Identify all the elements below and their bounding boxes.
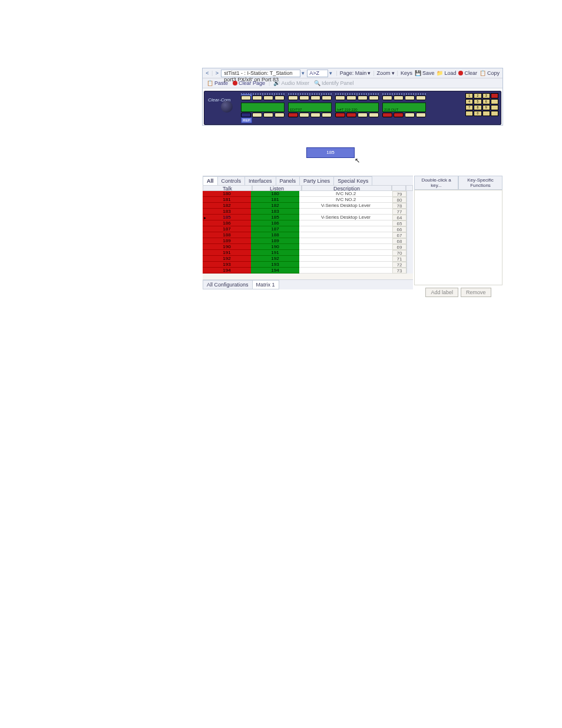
key[interactable]	[263, 95, 273, 100]
listen-cell[interactable]: 185	[251, 215, 299, 220]
scroll-gutter[interactable]	[406, 262, 413, 268]
tab-partylines[interactable]: Party Lines	[299, 176, 334, 185]
clear-btn[interactable]: Clear	[458, 70, 477, 76]
sbtn[interactable]	[491, 99, 498, 104]
nav-back[interactable]: <	[204, 70, 210, 76]
sbtn[interactable]: 4	[465, 99, 473, 104]
key[interactable]	[252, 95, 262, 100]
copy-btn[interactable]: 📋Copy	[480, 70, 500, 76]
table-row[interactable]: 19219271	[203, 256, 413, 262]
az-dropdown-icon[interactable]: ▾	[329, 70, 332, 76]
listen-cell[interactable]: 191	[251, 250, 299, 256]
table-row[interactable]: 18818867	[203, 232, 413, 238]
rtab-keyfunctions[interactable]: Key-Specific Functions	[458, 176, 503, 190]
listen-cell[interactable]: 186	[251, 220, 299, 226]
scroll-gutter[interactable]	[406, 268, 413, 274]
key-185-button[interactable]: 185	[306, 147, 355, 158]
talk-cell[interactable]: 188	[203, 232, 251, 238]
scroll-gutter[interactable]	[406, 220, 413, 226]
nav-fwd[interactable]: >	[214, 70, 220, 76]
sbtn[interactable]: 9	[482, 105, 490, 110]
scroll-gutter[interactable]	[406, 238, 413, 244]
zoom-menu[interactable]: Zoom ▾	[377, 70, 395, 76]
key[interactable]	[288, 95, 298, 100]
sbtn[interactable]: 6	[482, 99, 490, 104]
talk-cell[interactable]: 182	[203, 203, 251, 209]
col-desc[interactable]: Description	[302, 185, 392, 191]
tab-panels[interactable]: Panels	[276, 176, 300, 185]
table-row[interactable]: 19119170	[203, 250, 413, 256]
key[interactable]	[310, 95, 320, 100]
table-row[interactable]: 19419473	[203, 268, 413, 274]
rtab-doubleclick[interactable]: Double-click a key...	[414, 176, 458, 190]
table-row[interactable]: 18318377	[203, 209, 413, 215]
tab-specialkeys[interactable]: Special Keys	[333, 176, 372, 185]
listen-cell[interactable]: 182	[251, 203, 299, 209]
key[interactable]	[405, 95, 415, 100]
table-row[interactable]: 19019069	[203, 244, 413, 250]
key[interactable]	[335, 113, 345, 117]
scroll-gutter[interactable]	[406, 250, 413, 256]
key[interactable]	[358, 95, 368, 100]
data-grid[interactable]: 180180IVC NO.279181181IVC NO.280182182V-…	[203, 191, 413, 279]
tab-interfaces[interactable]: Interfaces	[244, 176, 276, 185]
key[interactable]	[322, 113, 332, 117]
listen-cell[interactable]: 187	[251, 226, 299, 232]
sbtn[interactable]: 1	[465, 93, 473, 98]
talk-cell[interactable]: 183	[203, 209, 251, 215]
key[interactable]	[310, 113, 320, 117]
talk-cell[interactable]: 189	[203, 238, 251, 244]
key[interactable]	[369, 95, 379, 100]
talk-cell[interactable]: 190	[203, 244, 251, 250]
key[interactable]	[382, 113, 392, 117]
page-menu[interactable]: Page: Main ▾	[340, 70, 371, 76]
key[interactable]	[241, 113, 251, 117]
key[interactable]	[369, 113, 379, 117]
talk-cell[interactable]: 180	[203, 191, 251, 197]
key[interactable]	[394, 113, 404, 117]
key[interactable]	[335, 95, 345, 100]
col-talk[interactable]: Talk	[203, 185, 252, 191]
talk-cell[interactable]: 194	[203, 268, 251, 274]
listen-cell[interactable]: 190	[251, 244, 299, 250]
listen-cell[interactable]: 193	[251, 262, 299, 268]
table-row[interactable]: 185185V-Series Desktop Lever64	[203, 215, 413, 220]
talk-cell[interactable]: 185	[203, 215, 251, 220]
scroll-gutter[interactable]	[406, 197, 413, 203]
table-row[interactable]: 182182V-Series Desktop Lever78	[203, 203, 413, 209]
sbtn[interactable]	[465, 111, 473, 116]
key[interactable]	[405, 113, 415, 117]
listen-cell[interactable]: 189	[251, 238, 299, 244]
scroll-gutter[interactable]	[406, 191, 413, 197]
save-btn[interactable]: 💾Save	[415, 70, 435, 76]
table-row[interactable]: 18618665	[203, 220, 413, 226]
scroll-gutter[interactable]	[406, 203, 413, 209]
key[interactable]	[252, 113, 262, 117]
talk-cell[interactable]: 187	[203, 226, 251, 232]
key[interactable]	[299, 95, 309, 100]
listen-cell[interactable]: 188	[251, 232, 299, 238]
main-knob[interactable]	[221, 101, 233, 113]
clearpage-btn[interactable]: Clear Page	[233, 80, 265, 86]
table-row[interactable]: 18918968	[203, 238, 413, 244]
key[interactable]	[382, 95, 392, 100]
scroll-gutter[interactable]	[406, 244, 413, 250]
key[interactable]	[346, 95, 356, 100]
key[interactable]	[358, 113, 368, 117]
col-listen[interactable]: Listen	[252, 185, 302, 191]
sbtn[interactable]	[482, 111, 490, 116]
listen-cell[interactable]: 192	[251, 256, 299, 262]
sbtn[interactable]: 7	[465, 105, 473, 110]
key[interactable]	[275, 113, 285, 117]
key[interactable]	[416, 113, 426, 117]
talk-cell[interactable]: 192	[203, 256, 251, 262]
key[interactable]	[263, 113, 273, 117]
sbtn[interactable]: 2	[474, 93, 481, 98]
scroll-gutter[interactable]	[406, 256, 413, 262]
tab-all[interactable]: All	[203, 176, 218, 185]
key[interactable]	[322, 95, 332, 100]
paste-btn[interactable]: 📋Paste	[207, 80, 228, 86]
table-row[interactable]: 180180IVC NO.279	[203, 191, 413, 197]
scroll-gutter[interactable]	[406, 232, 413, 238]
remove-button[interactable]: Remove	[461, 288, 491, 297]
